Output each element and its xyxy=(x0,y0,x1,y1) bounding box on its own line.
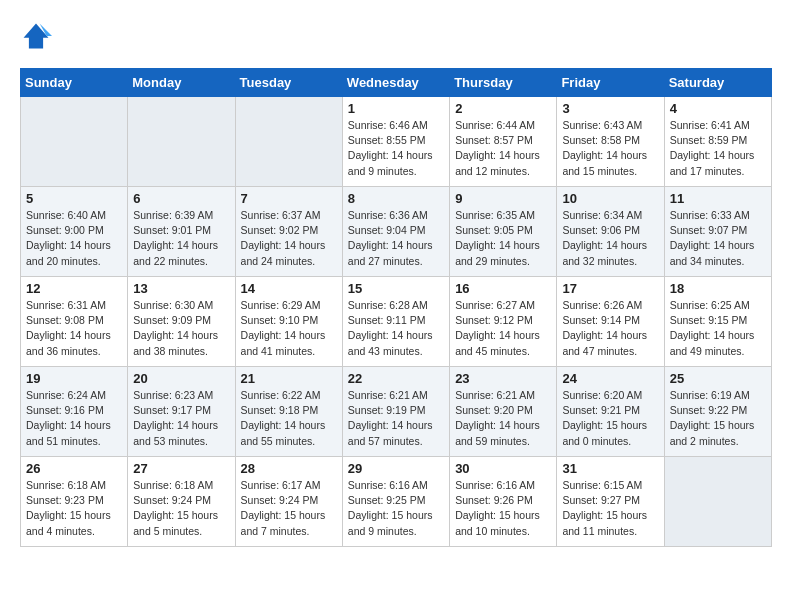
calendar-day-cell: 31Sunrise: 6:15 AM Sunset: 9:27 PM Dayli… xyxy=(557,457,664,547)
calendar-day-cell xyxy=(664,457,771,547)
day-info: Sunrise: 6:30 AM Sunset: 9:09 PM Dayligh… xyxy=(133,298,229,359)
calendar-day-cell: 28Sunrise: 6:17 AM Sunset: 9:24 PM Dayli… xyxy=(235,457,342,547)
calendar-day-cell: 9Sunrise: 6:35 AM Sunset: 9:05 PM Daylig… xyxy=(450,187,557,277)
day-number: 23 xyxy=(455,371,551,386)
calendar-day-cell: 8Sunrise: 6:36 AM Sunset: 9:04 PM Daylig… xyxy=(342,187,449,277)
day-number: 21 xyxy=(241,371,337,386)
page-header xyxy=(20,20,772,52)
day-number: 26 xyxy=(26,461,122,476)
day-number: 24 xyxy=(562,371,658,386)
day-number: 16 xyxy=(455,281,551,296)
day-number: 5 xyxy=(26,191,122,206)
day-info: Sunrise: 6:29 AM Sunset: 9:10 PM Dayligh… xyxy=(241,298,337,359)
day-number: 30 xyxy=(455,461,551,476)
calendar-day-cell: 21Sunrise: 6:22 AM Sunset: 9:18 PM Dayli… xyxy=(235,367,342,457)
calendar-day-cell: 16Sunrise: 6:27 AM Sunset: 9:12 PM Dayli… xyxy=(450,277,557,367)
day-number: 18 xyxy=(670,281,766,296)
day-info: Sunrise: 6:39 AM Sunset: 9:01 PM Dayligh… xyxy=(133,208,229,269)
day-number: 6 xyxy=(133,191,229,206)
calendar-body: 1Sunrise: 6:46 AM Sunset: 8:55 PM Daylig… xyxy=(21,97,772,547)
calendar-day-cell: 1Sunrise: 6:46 AM Sunset: 8:55 PM Daylig… xyxy=(342,97,449,187)
day-info: Sunrise: 6:27 AM Sunset: 9:12 PM Dayligh… xyxy=(455,298,551,359)
day-number: 1 xyxy=(348,101,444,116)
day-number: 19 xyxy=(26,371,122,386)
day-number: 3 xyxy=(562,101,658,116)
day-number: 9 xyxy=(455,191,551,206)
weekday-header-tuesday: Tuesday xyxy=(235,69,342,97)
weekday-header-monday: Monday xyxy=(128,69,235,97)
calendar-week-row: 5Sunrise: 6:40 AM Sunset: 9:00 PM Daylig… xyxy=(21,187,772,277)
calendar-day-cell: 3Sunrise: 6:43 AM Sunset: 8:58 PM Daylig… xyxy=(557,97,664,187)
calendar-day-cell: 17Sunrise: 6:26 AM Sunset: 9:14 PM Dayli… xyxy=(557,277,664,367)
calendar-day-cell: 22Sunrise: 6:21 AM Sunset: 9:19 PM Dayli… xyxy=(342,367,449,457)
calendar-day-cell xyxy=(128,97,235,187)
calendar-day-cell: 25Sunrise: 6:19 AM Sunset: 9:22 PM Dayli… xyxy=(664,367,771,457)
weekday-header-row: SundayMondayTuesdayWednesdayThursdayFrid… xyxy=(21,69,772,97)
day-info: Sunrise: 6:41 AM Sunset: 8:59 PM Dayligh… xyxy=(670,118,766,179)
calendar-day-cell: 15Sunrise: 6:28 AM Sunset: 9:11 PM Dayli… xyxy=(342,277,449,367)
weekday-header-sunday: Sunday xyxy=(21,69,128,97)
calendar-week-row: 1Sunrise: 6:46 AM Sunset: 8:55 PM Daylig… xyxy=(21,97,772,187)
day-info: Sunrise: 6:28 AM Sunset: 9:11 PM Dayligh… xyxy=(348,298,444,359)
calendar-week-row: 12Sunrise: 6:31 AM Sunset: 9:08 PM Dayli… xyxy=(21,277,772,367)
day-info: Sunrise: 6:44 AM Sunset: 8:57 PM Dayligh… xyxy=(455,118,551,179)
day-number: 27 xyxy=(133,461,229,476)
day-info: Sunrise: 6:33 AM Sunset: 9:07 PM Dayligh… xyxy=(670,208,766,269)
day-info: Sunrise: 6:19 AM Sunset: 9:22 PM Dayligh… xyxy=(670,388,766,449)
day-info: Sunrise: 6:26 AM Sunset: 9:14 PM Dayligh… xyxy=(562,298,658,359)
calendar-day-cell: 27Sunrise: 6:18 AM Sunset: 9:24 PM Dayli… xyxy=(128,457,235,547)
calendar-day-cell: 6Sunrise: 6:39 AM Sunset: 9:01 PM Daylig… xyxy=(128,187,235,277)
calendar-day-cell: 12Sunrise: 6:31 AM Sunset: 9:08 PM Dayli… xyxy=(21,277,128,367)
day-info: Sunrise: 6:37 AM Sunset: 9:02 PM Dayligh… xyxy=(241,208,337,269)
day-info: Sunrise: 6:34 AM Sunset: 9:06 PM Dayligh… xyxy=(562,208,658,269)
weekday-header-friday: Friday xyxy=(557,69,664,97)
calendar-day-cell: 13Sunrise: 6:30 AM Sunset: 9:09 PM Dayli… xyxy=(128,277,235,367)
calendar-day-cell: 11Sunrise: 6:33 AM Sunset: 9:07 PM Dayli… xyxy=(664,187,771,277)
day-info: Sunrise: 6:18 AM Sunset: 9:24 PM Dayligh… xyxy=(133,478,229,539)
day-number: 14 xyxy=(241,281,337,296)
day-number: 13 xyxy=(133,281,229,296)
day-info: Sunrise: 6:21 AM Sunset: 9:20 PM Dayligh… xyxy=(455,388,551,449)
day-info: Sunrise: 6:21 AM Sunset: 9:19 PM Dayligh… xyxy=(348,388,444,449)
calendar-day-cell: 18Sunrise: 6:25 AM Sunset: 9:15 PM Dayli… xyxy=(664,277,771,367)
day-number: 8 xyxy=(348,191,444,206)
day-info: Sunrise: 6:31 AM Sunset: 9:08 PM Dayligh… xyxy=(26,298,122,359)
day-number: 11 xyxy=(670,191,766,206)
calendar-day-cell xyxy=(21,97,128,187)
day-number: 7 xyxy=(241,191,337,206)
calendar-day-cell: 23Sunrise: 6:21 AM Sunset: 9:20 PM Dayli… xyxy=(450,367,557,457)
weekday-header-wednesday: Wednesday xyxy=(342,69,449,97)
day-info: Sunrise: 6:43 AM Sunset: 8:58 PM Dayligh… xyxy=(562,118,658,179)
day-number: 15 xyxy=(348,281,444,296)
calendar-day-cell: 29Sunrise: 6:16 AM Sunset: 9:25 PM Dayli… xyxy=(342,457,449,547)
day-number: 17 xyxy=(562,281,658,296)
weekday-header-thursday: Thursday xyxy=(450,69,557,97)
calendar-day-cell: 2Sunrise: 6:44 AM Sunset: 8:57 PM Daylig… xyxy=(450,97,557,187)
day-number: 31 xyxy=(562,461,658,476)
day-number: 29 xyxy=(348,461,444,476)
day-number: 4 xyxy=(670,101,766,116)
day-info: Sunrise: 6:35 AM Sunset: 9:05 PM Dayligh… xyxy=(455,208,551,269)
calendar-table: SundayMondayTuesdayWednesdayThursdayFrid… xyxy=(20,68,772,547)
day-number: 28 xyxy=(241,461,337,476)
day-info: Sunrise: 6:40 AM Sunset: 9:00 PM Dayligh… xyxy=(26,208,122,269)
svg-marker-0 xyxy=(24,24,49,49)
calendar-header: SundayMondayTuesdayWednesdayThursdayFrid… xyxy=(21,69,772,97)
day-info: Sunrise: 6:36 AM Sunset: 9:04 PM Dayligh… xyxy=(348,208,444,269)
day-number: 22 xyxy=(348,371,444,386)
calendar-week-row: 26Sunrise: 6:18 AM Sunset: 9:23 PM Dayli… xyxy=(21,457,772,547)
calendar-day-cell: 14Sunrise: 6:29 AM Sunset: 9:10 PM Dayli… xyxy=(235,277,342,367)
day-info: Sunrise: 6:15 AM Sunset: 9:27 PM Dayligh… xyxy=(562,478,658,539)
day-info: Sunrise: 6:18 AM Sunset: 9:23 PM Dayligh… xyxy=(26,478,122,539)
day-number: 25 xyxy=(670,371,766,386)
calendar-day-cell xyxy=(235,97,342,187)
calendar-day-cell: 30Sunrise: 6:16 AM Sunset: 9:26 PM Dayli… xyxy=(450,457,557,547)
calendar-day-cell: 10Sunrise: 6:34 AM Sunset: 9:06 PM Dayli… xyxy=(557,187,664,277)
calendar-week-row: 19Sunrise: 6:24 AM Sunset: 9:16 PM Dayli… xyxy=(21,367,772,457)
day-info: Sunrise: 6:16 AM Sunset: 9:25 PM Dayligh… xyxy=(348,478,444,539)
calendar-day-cell: 20Sunrise: 6:23 AM Sunset: 9:17 PM Dayli… xyxy=(128,367,235,457)
calendar-day-cell: 19Sunrise: 6:24 AM Sunset: 9:16 PM Dayli… xyxy=(21,367,128,457)
day-info: Sunrise: 6:22 AM Sunset: 9:18 PM Dayligh… xyxy=(241,388,337,449)
day-info: Sunrise: 6:16 AM Sunset: 9:26 PM Dayligh… xyxy=(455,478,551,539)
day-number: 12 xyxy=(26,281,122,296)
